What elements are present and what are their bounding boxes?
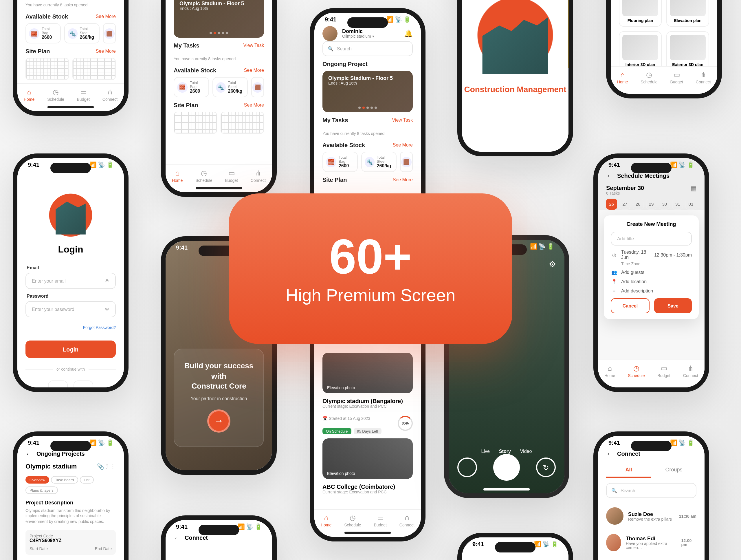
settings-icon[interactable]: ⚙ [549, 259, 556, 269]
day[interactable]: 30 [659, 199, 670, 210]
chat-item[interactable]: Suzie DoeRemove the extra pillars11:30 a… [598, 503, 704, 529]
nav-budget[interactable]: ▭Budget [77, 88, 90, 101]
day[interactable]: 26 [606, 199, 617, 210]
view-task[interactable]: View Task [392, 118, 413, 123]
nav-budget[interactable]: ▭Budget [225, 169, 238, 182]
see-more[interactable]: See More [244, 68, 264, 73]
tab-taskboard[interactable]: Task Board [51, 476, 78, 484]
siteplan-thumb[interactable] [72, 58, 116, 80]
plan-card[interactable]: Elevation plan [666, 0, 709, 26]
see-more[interactable]: See More [96, 14, 116, 19]
nav-connect[interactable]: ⋔Connect [696, 71, 711, 84]
add-location[interactable]: 📍Add location [611, 279, 692, 284]
elevation-photo[interactable]: Elevation photo [323, 353, 413, 393]
attach-icon[interactable]: 📎 [97, 463, 104, 470]
nav-home[interactable]: ⌂Home [617, 71, 628, 84]
nav-schedule[interactable]: ◷Schedule [641, 71, 657, 84]
nav-connect[interactable]: ⋔Connect [683, 364, 698, 378]
back-icon[interactable]: ← [25, 449, 33, 458]
home-icon: ⌂ [27, 88, 31, 96]
stock-card[interactable]: 🧱Total Bag2600 [174, 77, 209, 97]
day[interactable]: 28 [632, 199, 644, 210]
more-icon[interactable]: ⋮ [110, 463, 116, 470]
stock-card[interactable]: 🔩Total Steel260/kg [212, 77, 248, 97]
nav-schedule[interactable]: ◷Schedule [47, 88, 64, 101]
chat-item[interactable]: Thomas EdiHave you applied extra cemen…1… [598, 529, 704, 556]
nav-connect[interactable]: ⋔Connect [399, 514, 414, 527]
project-dropdown[interactable]: Olimpic stadium ▾ [342, 34, 399, 39]
eye-icon[interactable]: 👁 [105, 307, 110, 312]
bag-icon: 🧱 [29, 28, 40, 39]
nav-connect[interactable]: ⋔Connect [251, 169, 266, 182]
meeting-title-input[interactable]: Add title [611, 232, 692, 246]
stock-card[interactable]: 🟫 [103, 23, 116, 44]
day[interactable]: 29 [646, 199, 657, 210]
nav-budget[interactable]: ▭Budget [658, 364, 670, 378]
day[interactable]: 01 [685, 199, 696, 210]
see-more[interactable]: See More [244, 103, 264, 108]
project-card[interactable]: Olympic Stadium - Floor 5 Ends : Aug 16t… [174, 0, 264, 38]
people-icon: 👥 [611, 270, 618, 275]
nav-home[interactable]: ⌂Home [604, 364, 615, 378]
tab-groups[interactable]: Groups [651, 463, 696, 478]
back-icon[interactable]: ← [606, 449, 614, 458]
day[interactable]: 31 [672, 199, 683, 210]
project-card[interactable]: Olympic Stadium - Floor 5 Ends : Aug 16t… [323, 71, 413, 112]
search-input[interactable]: 🔍Search [606, 483, 696, 498]
chat-item[interactable]: AnderiaYesterday [598, 556, 704, 560]
search-input[interactable]: 🔍Search [323, 41, 413, 56]
nav-home[interactable]: ⌂Home [172, 169, 183, 182]
view-task[interactable]: View Task [244, 43, 264, 48]
siteplan-thumb[interactable] [220, 112, 264, 134]
gallery-button[interactable] [457, 457, 477, 477]
bell-icon[interactable]: 🔔 [404, 29, 413, 38]
plan-card[interactable]: Exterior 3D plan [666, 31, 709, 71]
stock-card[interactable]: 🔩Total Steel260/kg [361, 152, 397, 172]
google-login[interactable]: G [48, 380, 68, 387]
tab-plans[interactable]: Plans & layers [25, 487, 58, 494]
elevation-photo[interactable]: Elevation photo [323, 438, 413, 479]
nav-schedule[interactable]: ◷Schedule [628, 364, 645, 378]
nav-budget[interactable]: ▭Budget [670, 71, 683, 84]
stock-card[interactable]: 🟫 [251, 77, 264, 97]
day[interactable]: 27 [619, 199, 630, 210]
email-field[interactable]: Enter your email👁 [25, 273, 116, 289]
stock-card[interactable]: 🟫 [400, 152, 413, 172]
login-button[interactable]: Login [25, 340, 116, 358]
next-button[interactable]: → [207, 410, 230, 433]
connect-icon: ⋔ [107, 88, 113, 96]
forgot-password[interactable]: Forgot Password? [83, 325, 116, 329]
avatar[interactable] [323, 26, 337, 41]
share-icon[interactable]: ⤴ [106, 463, 108, 470]
tab-overview[interactable]: Overview [25, 476, 49, 484]
nav-budget[interactable]: ▭Budget [374, 514, 387, 527]
tab-all[interactable]: All [606, 463, 651, 478]
plan-card[interactable]: Interior 3D plan [619, 31, 662, 71]
brick-icon: 🟫 [104, 28, 115, 39]
nav-schedule[interactable]: ◷Schedule [195, 169, 212, 182]
stock-card[interactable]: 🔩Total Steel260/kg [64, 23, 99, 44]
stock-card[interactable]: 🧱Total Bag2600 [25, 23, 61, 44]
plan-card[interactable]: Flooring plan [619, 0, 662, 26]
calendar-icon[interactable]: ▦ [691, 185, 696, 192]
siteplan-thumb[interactable] [174, 112, 217, 134]
stock-card[interactable]: 🧱Total Bag2600 [323, 152, 358, 172]
eye-icon[interactable]: 👁 [105, 278, 110, 284]
nav-home[interactable]: ⌂Home [321, 514, 331, 527]
apple-login[interactable] [73, 380, 93, 387]
nav-connect[interactable]: ⋔Connect [103, 88, 118, 101]
cancel-button[interactable]: Cancel [611, 298, 650, 313]
see-more[interactable]: See More [96, 49, 116, 54]
back-icon[interactable]: ← [174, 534, 181, 542]
save-button[interactable]: Save [654, 298, 692, 313]
shutter-button[interactable] [493, 454, 520, 481]
add-description[interactable]: ≡Add description [611, 289, 692, 294]
siteplan-thumb[interactable] [25, 58, 69, 80]
nav-home[interactable]: ⌂Home [24, 88, 35, 101]
password-field[interactable]: Enter your password👁 [25, 301, 116, 317]
tab-list[interactable]: List [80, 476, 93, 484]
flip-camera-button[interactable]: ↻ [536, 457, 556, 477]
back-icon[interactable]: ← [606, 171, 614, 180]
add-guests[interactable]: 👥Add guests [611, 270, 692, 275]
nav-schedule[interactable]: ◷Schedule [344, 514, 361, 527]
